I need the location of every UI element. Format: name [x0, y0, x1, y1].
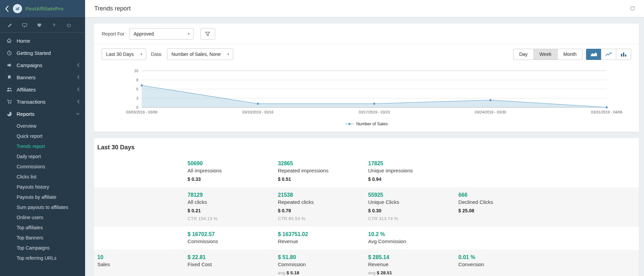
period-button-week[interactable]: Week	[534, 49, 558, 60]
stat-sub-value: $ 25.08	[458, 208, 548, 213]
area-chart-button[interactable]	[586, 49, 601, 60]
svg-text:03/03/2019 - 03/09: 03/03/2019 - 03/09	[126, 110, 157, 114]
sidebar-item-trends-report[interactable]: Trends report	[0, 141, 85, 151]
stat-sub-value: $ 0.30	[368, 208, 458, 213]
report-for-select[interactable]: Approved ▾	[129, 28, 194, 40]
legend-line-icon	[345, 122, 354, 126]
stat-commissions: $ 16702.57Commissions	[187, 231, 278, 244]
sidebar-item-clicks-list[interactable]: Clicks list	[0, 172, 85, 182]
sidebar-item-transactions[interactable]: Transactions	[0, 95, 85, 108]
top-bar: Trends report	[85, 0, 644, 17]
summary-rows: 50690All impressions$ 0.3332865Repeated …	[94, 156, 639, 276]
stat-label: Revenue	[278, 238, 368, 244]
svg-text:8: 8	[136, 78, 138, 82]
stat-value: 10.2 %	[368, 231, 458, 237]
period-button-month[interactable]: Month	[557, 49, 583, 60]
stat-declined-clicks: 666Declined Clicks$ 25.08	[458, 192, 548, 221]
caret-down-icon: ▾	[141, 52, 142, 56]
sidebar-item-payouts-by-affiliate[interactable]: Payouts by affiliate	[0, 192, 85, 202]
report-for-row: Report For Approved ▾	[94, 24, 639, 44]
stat-revenue: $ 285.14Revenueavg $ 28.51	[368, 254, 458, 275]
stat-conversion: 0.01 %Conversion	[458, 254, 548, 275]
heart-icon[interactable]	[37, 23, 42, 27]
stat-sub-value: $ 0.78	[278, 208, 368, 213]
chart-controls-row: Last 30 Days ▾ Data: Number of Sales, No…	[94, 44, 639, 62]
svg-text:03/17/2019 - 03/23: 03/17/2019 - 03/23	[359, 110, 390, 114]
stat-label: Avg Commission	[368, 238, 458, 244]
stat-value: 55925	[368, 192, 458, 198]
trends-chart[interactable]: 10853003/03/2019 - 03/0903/10/2019 - 03/…	[124, 67, 609, 119]
filter-button[interactable]	[200, 28, 215, 40]
stat-sub-value: $ 0.33	[187, 176, 278, 182]
period-button-day[interactable]: Day	[513, 49, 534, 60]
sidebar-item-affiliates[interactable]: Affiliates	[0, 83, 85, 95]
sidebar-item-top-banners[interactable]: Top Banners	[0, 233, 85, 243]
stat-label: Repeated impressions	[278, 168, 368, 173]
area-chart-icon	[590, 52, 597, 57]
summary-card: Last 30 Days 50690All impressions$ 0.333…	[94, 138, 639, 276]
trends-chart-svg[interactable]: 10853003/03/2019 - 03/0903/10/2019 - 03/…	[124, 67, 609, 119]
stat-label: Repeated clicks	[278, 199, 368, 205]
stat-avg-commission: 10.2 %Avg Commission	[368, 231, 458, 244]
sidebar-item-top-referring-urls[interactable]: Top referring URLs	[0, 253, 85, 263]
date-range-select[interactable]: Last 30 Days ▾	[102, 48, 146, 60]
chevron-down-icon	[76, 112, 80, 115]
svg-text:5: 5	[136, 87, 138, 91]
stat-repeated-clicks: 21538Repeated clicks$ 0.78CTR 65.53 %	[278, 192, 368, 221]
stat-label: All clicks	[187, 199, 278, 205]
stat-value: 17825	[368, 161, 458, 167]
pie-icon	[6, 111, 13, 116]
sidebar-item-overview[interactable]: Overview	[0, 121, 85, 131]
chart-type-button-group	[586, 49, 631, 60]
monitor-icon[interactable]	[22, 23, 27, 28]
data-series-select[interactable]: Number of Sales, None ▾	[167, 48, 233, 60]
stat-label: Unique impressions	[368, 168, 458, 173]
sidebar-item-top-affiliates[interactable]: Top affiliates	[0, 222, 85, 233]
stat-value: 32865	[278, 161, 368, 167]
sidebar: af PostAffiliatePro ? HomeGetting Starte…	[0, 0, 85, 276]
sidebar-item-reports[interactable]: Reports	[0, 108, 85, 120]
stat-commission: $ 51.80Commissionavg $ 5.18	[278, 254, 368, 275]
sidebar-item-campaigns[interactable]: Campaigns	[0, 59, 85, 71]
legend-label: Number of Sales	[356, 122, 388, 126]
sidebar-item-banners[interactable]: Banners	[0, 71, 85, 83]
sidebar-reports-sublist: OverviewQuick reportTrends reportDaily r…	[0, 120, 85, 265]
help-icon[interactable]: ?	[52, 23, 57, 28]
stat-sub-value: $ 0.21	[187, 208, 278, 213]
stat-value: 50690	[187, 161, 278, 167]
stat-label: Commission	[278, 261, 368, 267]
sidebar-item-online-users[interactable]: Online users	[0, 212, 85, 222]
svg-text:03/24/2019 - 03/30: 03/24/2019 - 03/30	[475, 110, 506, 114]
line-chart-button[interactable]	[601, 49, 616, 60]
chevron-left-icon	[77, 75, 80, 79]
sidebar-item-quick-report[interactable]: Quick report	[0, 131, 85, 141]
back-button[interactable]	[4, 4, 9, 14]
sidebar-item-getting-started[interactable]: Getting Started	[0, 47, 85, 59]
stat-sub-value: $ 0.94	[368, 176, 458, 182]
sidebar-item-daily-report[interactable]: Daily report	[0, 151, 85, 162]
filter-chart-card: Report For Approved ▾ Last 30 Days ▾ Dat…	[94, 24, 639, 132]
sidebar-item-payouts-history[interactable]: Payouts history	[0, 182, 85, 192]
summary-title: Last 30 Days	[94, 138, 639, 156]
stat-all-impressions: 50690All impressions$ 0.33	[187, 161, 278, 182]
stat-label: Revenue	[368, 261, 458, 267]
sidebar-quick-icons: ?	[0, 17, 85, 33]
bar-chart-button[interactable]	[616, 49, 631, 60]
funnel-icon	[205, 31, 210, 37]
stat-value: $ 51.80	[278, 254, 368, 260]
chevron-left-icon	[77, 63, 80, 67]
content: Report For Approved ▾ Last 30 Days ▾ Dat…	[85, 17, 644, 276]
stat-row: 50690All impressions$ 0.3332865Repeated …	[94, 156, 639, 187]
stat-label: Conversion	[458, 261, 548, 267]
stat-unique-clicks: 55925Unique Clicks$ 0.30CTR 313.74 %	[368, 192, 458, 221]
power-icon[interactable]	[66, 23, 71, 28]
sidebar-item-top-campaigns[interactable]: Top Campaigns	[0, 243, 85, 253]
sidebar-item-sum-payouts-to-affiliates[interactable]: Sum payouts to affiliates	[0, 202, 85, 212]
stat-row: $ 16702.57Commissions$ 163751.02Revenue1…	[94, 227, 639, 250]
refresh-button[interactable]	[628, 4, 637, 13]
sidebar-nav: HomeGetting StartedCampaignsBannersAffil…	[0, 33, 85, 120]
caret-down-icon: ▾	[227, 52, 229, 56]
sidebar-item-commissions[interactable]: Commissions	[0, 162, 85, 172]
sidebar-item-home[interactable]: Home	[0, 35, 85, 47]
pencil-icon[interactable]	[7, 23, 12, 28]
